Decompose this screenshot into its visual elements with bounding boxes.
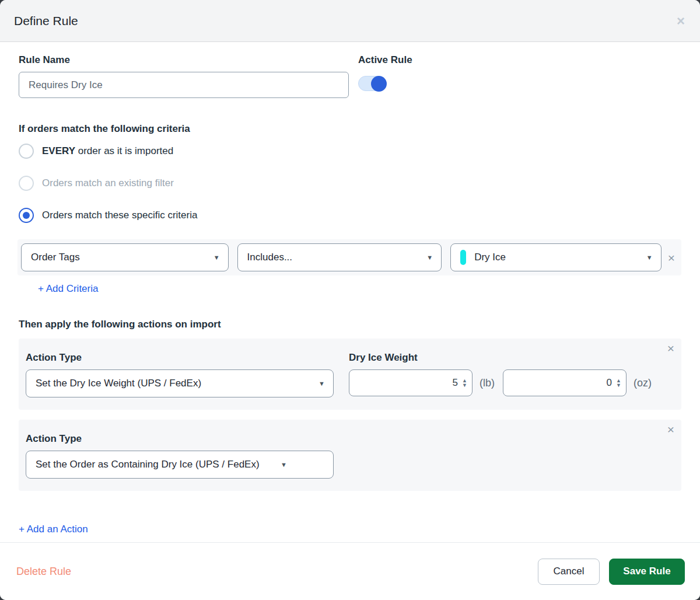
criteria-row: Order Tags ▼ Includes... ▼ Dry Ice ▼ × bbox=[18, 239, 681, 275]
remove-action-icon[interactable]: × bbox=[665, 423, 677, 435]
dry-ice-weight-group: Dry Ice Weight ▲▼ (lb) ▲▼ (oz) bbox=[349, 351, 652, 397]
action-type-value: Set the Order as Containing Dry Ice (UPS… bbox=[36, 459, 275, 470]
ounces-unit-label: (oz) bbox=[634, 377, 652, 389]
add-criteria-link[interactable]: + Add Criteria bbox=[38, 283, 98, 295]
criteria-value-text: Dry Ice bbox=[474, 252, 640, 263]
delete-rule-link[interactable]: Delete Rule bbox=[16, 566, 71, 578]
define-rule-modal: Define Rule × Rule Name Active Rule If o… bbox=[0, 0, 700, 600]
toggle-knob-icon bbox=[371, 76, 387, 92]
modal-body: Rule Name Active Rule If orders match th… bbox=[0, 42, 700, 542]
dry-ice-weight-label: Dry Ice Weight bbox=[349, 351, 652, 364]
action-type-value: Set the Dry Ice Weight (UPS / FedEx) bbox=[36, 378, 313, 389]
active-rule-label: Active Rule bbox=[358, 54, 412, 67]
stepper-down-icon[interactable]: ▼ bbox=[616, 383, 621, 388]
criteria-value-select[interactable]: Dry Ice ▼ bbox=[450, 243, 662, 271]
rule-name-input[interactable] bbox=[19, 72, 349, 98]
ounces-input[interactable] bbox=[508, 377, 612, 389]
criteria-field-select[interactable]: Order Tags ▼ bbox=[21, 243, 229, 271]
action-type-select[interactable]: Set the Dry Ice Weight (UPS / FedEx) ▼ bbox=[26, 369, 334, 397]
weight-inputs-row: ▲▼ (lb) ▲▼ (oz) bbox=[349, 369, 652, 396]
dropdown-caret-icon: ▼ bbox=[318, 380, 325, 387]
rule-name-row: Rule Name Active Rule bbox=[19, 54, 681, 98]
radio-button-selected-icon[interactable] bbox=[19, 208, 34, 223]
save-rule-button[interactable]: Save Rule bbox=[609, 559, 685, 585]
action-card-dry-ice-weight: × Action Type Set the Dry Ice Weight (UP… bbox=[19, 339, 681, 410]
criteria-field-value: Order Tags bbox=[31, 252, 208, 263]
criteria-heading: If orders match the following criteria bbox=[19, 123, 681, 135]
radio-option-specific-criteria[interactable]: Orders match these specific criteria bbox=[19, 208, 681, 223]
action-card-containing-dry-ice: × Action Type Set the Order as Containin… bbox=[19, 420, 681, 491]
radio-option-existing-filter[interactable]: Orders match an existing filter bbox=[19, 176, 681, 191]
cancel-button[interactable]: Cancel bbox=[538, 559, 600, 585]
pounds-unit-label: (lb) bbox=[480, 377, 495, 389]
ounces-field: ▲▼ bbox=[503, 369, 626, 396]
footer-buttons: Cancel Save Rule bbox=[538, 559, 685, 585]
close-icon[interactable]: × bbox=[677, 14, 685, 28]
radio-option-existing-filter-label: Orders match an existing filter bbox=[42, 177, 174, 189]
criteria-operator-value: Includes... bbox=[247, 252, 421, 263]
dropdown-caret-icon: ▼ bbox=[646, 254, 653, 261]
radio-option-every-label: EVERY order as it is imported bbox=[42, 145, 173, 157]
tag-color-swatch bbox=[460, 250, 466, 265]
radio-option-every[interactable]: EVERY order as it is imported bbox=[19, 144, 681, 159]
stepper-down-icon[interactable]: ▼ bbox=[462, 383, 467, 388]
radio-option-specific-criteria-label: Orders match these specific criteria bbox=[42, 210, 197, 221]
ounces-stepper[interactable]: ▲▼ bbox=[616, 378, 621, 388]
modal-header: Define Rule × bbox=[0, 0, 700, 42]
modal-title: Define Rule bbox=[14, 14, 78, 28]
action-type-group: Action Type Set the Order as Containing … bbox=[26, 432, 334, 479]
active-rule-group: Active Rule bbox=[358, 54, 412, 98]
pounds-stepper[interactable]: ▲▼ bbox=[462, 378, 467, 388]
rule-name-group: Rule Name bbox=[19, 54, 349, 98]
actions-heading: Then apply the following actions on impo… bbox=[19, 318, 681, 331]
dropdown-caret-icon: ▼ bbox=[426, 254, 433, 261]
radio-button-icon[interactable] bbox=[19, 144, 34, 159]
active-rule-toggle[interactable] bbox=[358, 76, 386, 91]
rule-name-label: Rule Name bbox=[19, 54, 349, 67]
dropdown-caret-icon: ▼ bbox=[281, 461, 287, 468]
action-type-label: Action Type bbox=[26, 432, 334, 445]
pounds-field: ▲▼ bbox=[349, 369, 473, 396]
action-type-label: Action Type bbox=[26, 351, 334, 364]
action-type-select[interactable]: Set the Order as Containing Dry Ice (UPS… bbox=[26, 451, 334, 479]
pounds-input[interactable] bbox=[354, 377, 458, 389]
dropdown-caret-icon: ▼ bbox=[214, 254, 220, 261]
remove-criteria-icon[interactable]: × bbox=[666, 252, 677, 264]
add-action-link[interactable]: + Add an Action bbox=[19, 524, 88, 535]
radio-button-icon[interactable] bbox=[19, 176, 34, 191]
remove-action-icon[interactable]: × bbox=[665, 342, 677, 354]
action-type-group: Action Type Set the Dry Ice Weight (UPS … bbox=[26, 351, 334, 397]
criteria-operator-select[interactable]: Includes... ▼ bbox=[237, 243, 442, 271]
modal-footer: Delete Rule Cancel Save Rule bbox=[0, 542, 700, 600]
